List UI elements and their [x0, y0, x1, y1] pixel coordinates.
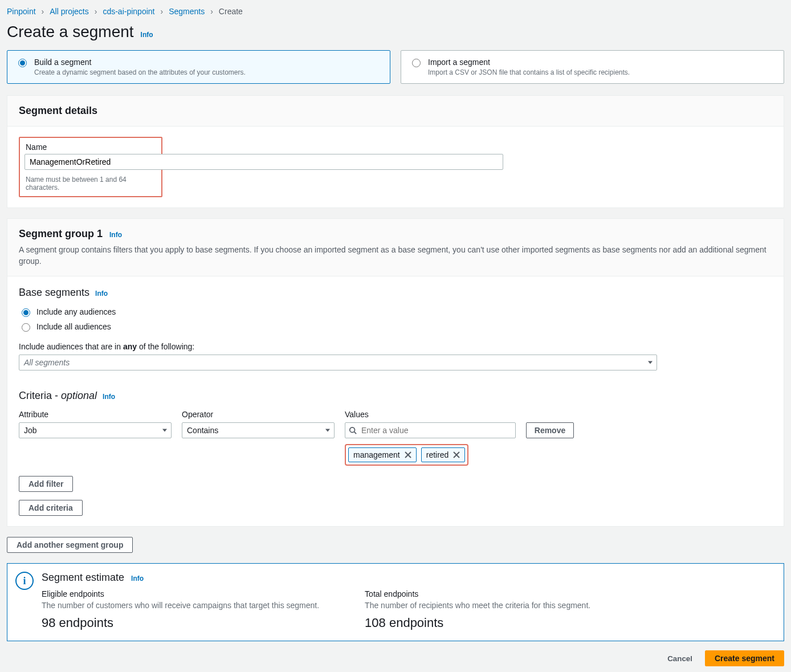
eligible-label: Eligible endpoints — [42, 589, 319, 598]
caret-down-icon — [648, 361, 653, 364]
breadcrumb-current: Create — [219, 7, 243, 16]
info-icon: i — [15, 572, 34, 590]
total-label: Total endpoints — [365, 589, 590, 598]
eligible-value: 98 endpoints — [42, 616, 319, 630]
close-icon[interactable] — [453, 451, 460, 458]
name-label: Name — [26, 142, 156, 152]
segment-estimate-panel: i Segment estimate Info Eligible endpoin… — [7, 563, 784, 641]
info-link[interactable]: Info — [103, 393, 115, 401]
include-audiences-text: Include audiences that are in any of the… — [19, 342, 772, 351]
include-pre: Include audiences that are in — [19, 342, 123, 351]
all-segments-placeholder: All segments — [24, 358, 70, 367]
values-tags: management retired — [345, 444, 468, 466]
segment-group-panel: Segment group 1 Info A segment group con… — [7, 218, 784, 527]
name-input[interactable] — [25, 154, 503, 170]
remove-button[interactable]: Remove — [526, 422, 574, 438]
all-segments-select[interactable]: All segments — [19, 355, 657, 370]
radio-import[interactable] — [412, 59, 421, 67]
option-import-segment[interactable]: Import a segment Import a CSV or JSON fi… — [401, 50, 784, 84]
page-title: Create a segment — [7, 23, 134, 41]
tag-label: retired — [426, 450, 449, 459]
tag-label: management — [353, 450, 400, 459]
option-import-desc: Import a CSV or JSON file that contains … — [428, 68, 630, 76]
include-bold: any — [123, 342, 137, 351]
search-icon — [349, 426, 357, 434]
operator-label: Operator — [182, 410, 335, 419]
radio-include-any[interactable] — [22, 308, 30, 317]
include-post: of the following: — [137, 342, 194, 351]
breadcrumb-project[interactable]: cds-ai-pinpoint — [103, 7, 154, 16]
criteria-heading: Criteria - optional — [19, 390, 97, 402]
info-link[interactable]: Info — [141, 31, 153, 39]
segment-details-heading: Segment details — [19, 105, 772, 117]
chevron-right-icon: › — [42, 7, 44, 16]
chevron-right-icon: › — [210, 7, 213, 16]
add-segment-group-button[interactable]: Add another segment group — [7, 537, 133, 553]
chevron-right-icon: › — [95, 7, 97, 16]
attribute-value: Job — [24, 426, 37, 435]
svg-line-1 — [354, 432, 357, 434]
total-value: 108 endpoints — [365, 616, 590, 630]
create-segment-button[interactable]: Create segment — [705, 650, 784, 666]
chevron-right-icon: › — [160, 7, 163, 16]
estimate-title: Segment estimate — [42, 572, 124, 584]
add-filter-button[interactable]: Add filter — [19, 476, 73, 492]
name-hint: Name must be between 1 and 64 characters… — [26, 176, 156, 192]
breadcrumb-pinpoint[interactable]: Pinpoint — [7, 7, 36, 16]
breadcrumb: Pinpoint › All projects › cds-ai-pinpoin… — [7, 7, 784, 16]
cancel-button[interactable]: Cancel — [658, 650, 702, 666]
option-import-title: Import a segment — [428, 58, 630, 67]
tag-management: management — [348, 447, 417, 462]
option-build-segment[interactable]: Build a segment Create a dynamic segment… — [7, 50, 390, 84]
values-input[interactable] — [345, 422, 516, 438]
info-link[interactable]: Info — [131, 575, 144, 583]
breadcrumb-all-projects[interactable]: All projects — [50, 7, 88, 16]
eligible-sub: The number of customers who will receive… — [42, 601, 319, 610]
values-label: Values — [345, 410, 516, 419]
info-link[interactable]: Info — [109, 231, 122, 239]
breadcrumb-segments[interactable]: Segments — [169, 7, 205, 16]
add-criteria-button[interactable]: Add criteria — [19, 500, 83, 516]
total-sub: The number of recipients who meet the cr… — [365, 601, 590, 610]
segment-group-heading: Segment group 1 — [19, 228, 103, 240]
info-link[interactable]: Info — [95, 290, 108, 298]
tag-retired: retired — [421, 447, 466, 462]
attribute-select[interactable]: Job — [19, 422, 172, 438]
label-include-any: Include any audiences — [36, 307, 116, 316]
svg-point-0 — [350, 427, 355, 433]
caret-down-icon — [325, 429, 330, 432]
segment-details-panel: Segment details Name Name must be betwee… — [7, 95, 784, 208]
option-build-desc: Create a dynamic segment based on the at… — [34, 68, 246, 76]
label-include-all: Include all audiences — [36, 322, 111, 331]
operator-select[interactable]: Contains — [182, 422, 335, 438]
option-build-title: Build a segment — [34, 58, 246, 67]
caret-down-icon — [162, 429, 167, 432]
radio-include-all[interactable] — [22, 323, 30, 332]
base-segments-heading: Base segments — [19, 287, 89, 299]
attribute-label: Attribute — [19, 410, 172, 419]
segment-group-desc: A segment group contains filters that yo… — [19, 245, 772, 267]
close-icon[interactable] — [405, 451, 411, 458]
radio-build[interactable] — [18, 59, 27, 67]
operator-value: Contains — [187, 426, 218, 435]
